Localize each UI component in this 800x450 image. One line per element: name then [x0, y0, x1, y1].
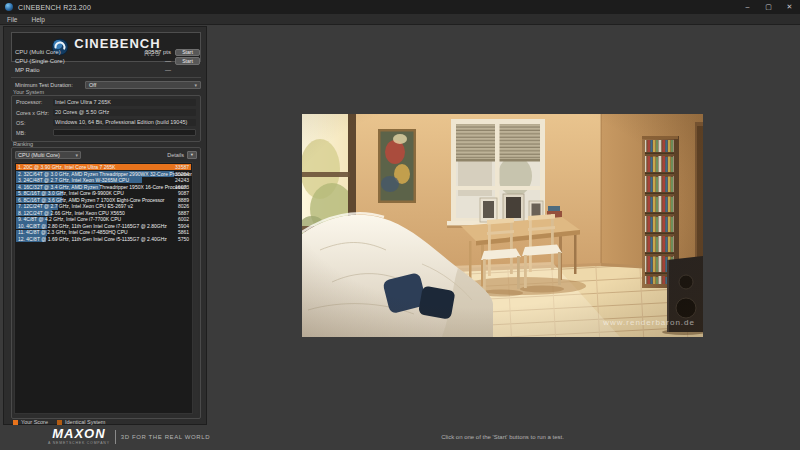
ranking-label: 12. 4C/8T @ 1.69 GHz, 11th Gen Intel Cor… — [18, 236, 167, 243]
legend-swatch-icon — [57, 420, 62, 425]
title-bar: CINEBENCH R23.200 – ▢ ✕ — [0, 0, 800, 14]
score-legend: Your ScoreIdentical System — [13, 419, 114, 425]
start-button[interactable]: Start — [175, 57, 200, 65]
ranking-score: 5750 — [178, 236, 189, 243]
app-icon — [5, 3, 13, 11]
system-label: OS: — [16, 120, 53, 126]
legend-label: Your Score — [21, 419, 48, 425]
system-label: Processor: — [16, 99, 53, 105]
divider — [11, 77, 201, 78]
test-label: CPU (Single Core) — [11, 58, 135, 64]
test-score: — — [135, 67, 171, 73]
chevron-down-icon: ▾ — [75, 152, 78, 158]
window-controls: – ▢ ✕ — [737, 0, 800, 14]
legend-label: Identical System — [65, 419, 105, 425]
test-row: CPU (Multi Core)33587 ptsStart — [11, 48, 201, 57]
benchmark-panel: CINEBENCH R23 CPU (Multi Core)33587 ptsS… — [3, 26, 207, 425]
system-info-group: Processor:Intel Core Ultra 7 265KCores x… — [11, 95, 201, 142]
ranking-group: CPU (Multi Core) ▾ Details ▾ 1. 20C @ 3.… — [11, 147, 201, 419]
start-button[interactable]: Start — [175, 49, 200, 57]
minimize-button[interactable]: – — [737, 0, 758, 14]
ranking-list: 1. 20C @ 3.90 GHz, Intel Core Ultra 7 26… — [14, 162, 193, 414]
duration-value: Off — [89, 82, 96, 88]
test-label: MP Ratio — [11, 67, 135, 73]
system-input[interactable] — [53, 129, 196, 136]
chevron-down-icon: ▾ — [194, 82, 197, 88]
system-row: MB: — [16, 129, 196, 137]
ranking-filter-select[interactable]: CPU (Multi Core) ▾ — [15, 151, 81, 159]
menu-help[interactable]: Help — [24, 14, 51, 25]
details-label: Details — [167, 152, 184, 158]
maxon-subtitle: A NEMETSCHEK COMPANY — [48, 441, 110, 445]
system-label: MB: — [16, 130, 53, 136]
system-group-title: Your System — [13, 89, 44, 95]
ranking-row[interactable]: 12. 4C/8T @ 1.69 GHz, 11th Gen Intel Cor… — [16, 236, 191, 243]
duration-label: Minimum Test Duration: — [11, 82, 85, 88]
legend-item: Your Score — [13, 419, 48, 425]
legend-swatch-icon — [13, 420, 18, 425]
cinebench-window: CINEBENCH R23.200 – ▢ ✕ FileHelp CINEBEN… — [0, 0, 800, 450]
maxon-logo: MAXON — [52, 428, 105, 440]
system-value: Intel Core Ultra 7 265K — [53, 99, 196, 106]
ranking-group-title: Ranking — [13, 141, 33, 147]
status-text: Click on one of the 'Start' buttons to r… — [302, 434, 703, 440]
test-label: CPU (Multi Core) — [11, 49, 135, 55]
test-row: CPU (Single Core)—Start — [11, 57, 201, 66]
system-row: Processor:Intel Core Ultra 7 265K — [16, 99, 196, 107]
system-value: Windows 10, 64 Bit, Professional Edition… — [53, 119, 196, 126]
maximize-button[interactable]: ▢ — [758, 0, 779, 14]
test-row: MP Ratio— — [11, 66, 201, 75]
menu-bar: FileHelp — [0, 14, 800, 25]
ranking-header: CPU (Multi Core) ▾ Details ▾ — [15, 151, 197, 159]
footer-tagline: 3D FOR THE REAL WORLD — [121, 434, 210, 440]
system-row: Cores x GHz:20 Cores @ 5.50 GHz — [16, 109, 196, 117]
test-list: CPU (Multi Core)33587 ptsStartCPU (Singl… — [11, 48, 201, 74]
system-value: 20 Cores @ 5.50 GHz — [53, 109, 196, 116]
duration-select[interactable]: Off ▾ — [85, 81, 201, 89]
render-watermark: www.renderbaron.de — [602, 318, 695, 327]
system-label: Cores x GHz: — [16, 110, 53, 116]
window-title: CINEBENCH R23.200 — [18, 4, 91, 11]
system-row: OS:Windows 10, 64 Bit, Professional Edit… — [16, 119, 196, 127]
legend-item: Identical System — [57, 419, 105, 425]
details-toggle-button[interactable]: ▾ — [187, 151, 197, 159]
divider — [115, 430, 116, 444]
ranking-scrollbar[interactable] — [194, 162, 198, 414]
close-button[interactable]: ✕ — [779, 0, 800, 14]
test-score: — — [135, 58, 171, 64]
render-preview: www.renderbaron.de — [302, 114, 703, 337]
ranking-filter-value: CPU (Multi Core) — [18, 152, 60, 158]
menu-file[interactable]: File — [0, 14, 24, 25]
footer-brand: MAXON A NEMETSCHEK COMPANY 3D FOR THE RE… — [48, 428, 210, 445]
test-score: 33587 pts — [135, 49, 171, 55]
